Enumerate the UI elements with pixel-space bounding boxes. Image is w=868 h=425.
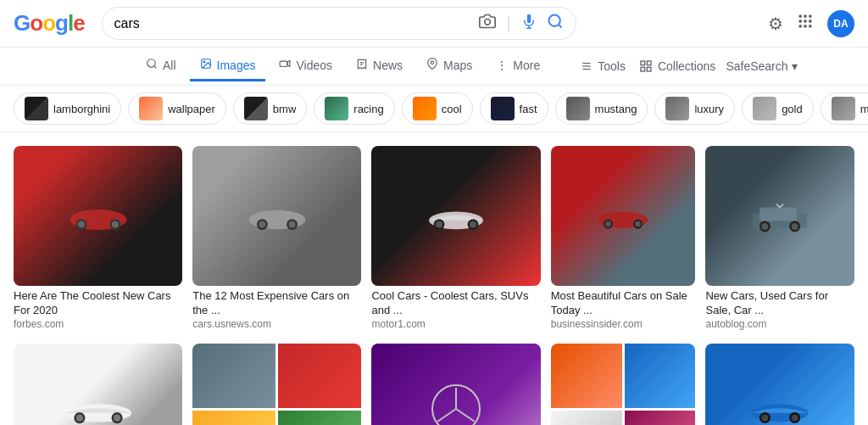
chip-thumb-mustang bbox=[566, 97, 590, 120]
result-card-2[interactable]: The 12 Most Expensive Cars on the ... ca… bbox=[192, 146, 361, 330]
sub-image-9b bbox=[625, 344, 696, 408]
google-apps-icon[interactable] bbox=[797, 13, 814, 34]
chip-lamborghini[interactable]: lamborghini bbox=[14, 92, 121, 125]
result-col-1: Here Are The Coolest New Cars For 2020 f… bbox=[14, 146, 182, 330]
chip-thumb-luxury bbox=[665, 97, 689, 120]
result-image-6 bbox=[14, 344, 182, 425]
maps-icon bbox=[426, 58, 438, 72]
chip-bmw[interactable]: bmw bbox=[233, 92, 307, 125]
chip-cool[interactable]: cool bbox=[402, 92, 473, 125]
result-image-3 bbox=[371, 146, 540, 286]
result-card-10[interactable]: JD Power Says Korean Car... bbox=[705, 344, 854, 425]
chip-mustang[interactable]: mustang bbox=[555, 92, 648, 125]
nav-images[interactable]: Images bbox=[190, 51, 266, 81]
svg-rect-26 bbox=[641, 61, 645, 65]
chip-thumb-lamborghini bbox=[25, 97, 48, 120]
sub-image-9c bbox=[551, 411, 622, 425]
nav-videos[interactable]: Videos bbox=[269, 51, 342, 81]
svg-point-3 bbox=[548, 15, 559, 26]
header: G o o g l e cars | bbox=[0, 0, 868, 48]
svg-rect-9 bbox=[804, 20, 806, 22]
result-image-4 bbox=[551, 146, 696, 286]
search-input[interactable]: cars bbox=[114, 16, 471, 31]
svg-point-37 bbox=[259, 221, 265, 227]
result-col-5: New Cars, Used Cars for Sale, Car ... au… bbox=[705, 146, 854, 330]
sub-image-9d bbox=[625, 411, 696, 425]
result-card-8[interactable]: Mercedes-Benz Concept Cars bbox=[371, 344, 540, 425]
result-col-3: Cool Cars - Coolest Cars, SUVs and ... m… bbox=[371, 146, 540, 330]
chip-thumb-bmw bbox=[244, 97, 268, 120]
svg-point-44 bbox=[470, 221, 476, 227]
svg-point-68 bbox=[792, 415, 798, 422]
result-card-1[interactable]: Here Are The Coolest New Cars For 2020 f… bbox=[14, 146, 182, 330]
svg-rect-8 bbox=[799, 20, 802, 22]
camera-icon[interactable] bbox=[479, 13, 496, 34]
more-icon: ⋮ bbox=[496, 59, 508, 72]
tools-button[interactable]: Tools bbox=[570, 53, 636, 80]
safesearch-button[interactable]: SafeSearch ▾ bbox=[726, 59, 797, 73]
chip-wallpaper[interactable]: wallpaper bbox=[128, 92, 226, 125]
filter-chips: lamborghini wallpaper bmw racing cool fa… bbox=[0, 86, 868, 132]
settings-icon[interactable]: ⚙ bbox=[768, 14, 783, 34]
svg-rect-28 bbox=[647, 67, 651, 71]
svg-rect-27 bbox=[647, 61, 651, 65]
svg-point-34 bbox=[112, 221, 119, 227]
chip-thumb-gold bbox=[753, 97, 776, 120]
result-col-8: Mercedes-Benz Concept Cars bbox=[371, 344, 540, 425]
svg-rect-5 bbox=[799, 15, 802, 18]
google-logo[interactable]: G o o g l e bbox=[14, 10, 85, 36]
svg-line-57 bbox=[776, 204, 780, 208]
result-card-5[interactable]: New Cars, Used Cars for Sale, Car ... au… bbox=[705, 146, 854, 330]
search-submit-icon[interactable] bbox=[547, 13, 564, 34]
avatar[interactable]: DA bbox=[827, 10, 854, 37]
svg-rect-12 bbox=[804, 25, 806, 27]
sub-image-7a bbox=[192, 344, 275, 408]
result-card-3[interactable]: Cool Cars - Coolest Cars, SUVs and ... m… bbox=[371, 146, 540, 330]
result-card-7[interactable]: The 15 Most Important Cars of the Decade bbox=[192, 344, 361, 425]
svg-point-14 bbox=[147, 59, 155, 67]
chip-thumb-cool bbox=[413, 97, 437, 120]
chip-mercedes[interactable]: mercedes bbox=[821, 92, 868, 125]
sub-image-7d bbox=[278, 411, 361, 425]
result-col-10: JD Power Says Korean Car... bbox=[705, 344, 854, 425]
svg-line-56 bbox=[780, 204, 783, 208]
svg-point-17 bbox=[203, 61, 205, 63]
nav-more[interactable]: ⋮ More bbox=[486, 52, 550, 81]
images-icon bbox=[200, 58, 212, 72]
result-card-4[interactable]: Most Beautiful Cars on Sale Today ... bu… bbox=[551, 146, 696, 330]
nav-news[interactable]: News bbox=[346, 51, 413, 81]
chip-gold[interactable]: gold bbox=[742, 92, 814, 125]
svg-rect-11 bbox=[799, 25, 802, 27]
mic-icon[interactable] bbox=[521, 14, 537, 33]
svg-point-60 bbox=[75, 415, 82, 422]
chevron-down-icon: ▾ bbox=[792, 59, 798, 73]
nav-all[interactable]: All bbox=[136, 51, 186, 81]
result-col-9: 15 Cheapest 2021 Luxury Cars and SUVs bbox=[551, 344, 696, 425]
chip-racing[interactable]: racing bbox=[314, 92, 394, 125]
svg-point-22 bbox=[431, 61, 434, 64]
svg-point-0 bbox=[485, 20, 491, 25]
collections-button[interactable]: Collections bbox=[639, 59, 715, 73]
svg-point-55 bbox=[792, 223, 798, 230]
videos-icon bbox=[279, 58, 291, 72]
news-icon bbox=[356, 58, 368, 72]
result-col-4: Most Beautiful Cars on Sale Today ... bu… bbox=[551, 146, 696, 330]
svg-point-66 bbox=[762, 415, 769, 422]
chip-fast[interactable]: fast bbox=[480, 92, 548, 125]
header-right: ⚙ DA bbox=[768, 10, 854, 37]
nav-maps[interactable]: Maps bbox=[416, 51, 482, 81]
chip-thumb-fast bbox=[491, 97, 515, 120]
svg-point-32 bbox=[78, 221, 85, 227]
image-grid-row2: 20 of the Most Luxurious Cars You... The… bbox=[0, 344, 868, 425]
result-col-7: The 15 Most Important Cars of the Decade bbox=[192, 344, 361, 425]
svg-point-42 bbox=[436, 221, 442, 227]
result-image-8 bbox=[371, 344, 540, 425]
result-card-9[interactable]: 15 Cheapest 2021 Luxury Cars and SUVs bbox=[551, 344, 696, 425]
svg-rect-13 bbox=[809, 25, 811, 27]
sub-image-9a bbox=[551, 344, 622, 408]
result-card-6[interactable]: 20 of the Most Luxurious Cars You... bbox=[14, 344, 182, 425]
result-image-2 bbox=[192, 146, 361, 286]
chip-thumb-mercedes bbox=[832, 97, 855, 120]
result-col-2: The 12 Most Expensive Cars on the ... ca… bbox=[192, 146, 361, 330]
chip-luxury[interactable]: luxury bbox=[654, 92, 735, 125]
